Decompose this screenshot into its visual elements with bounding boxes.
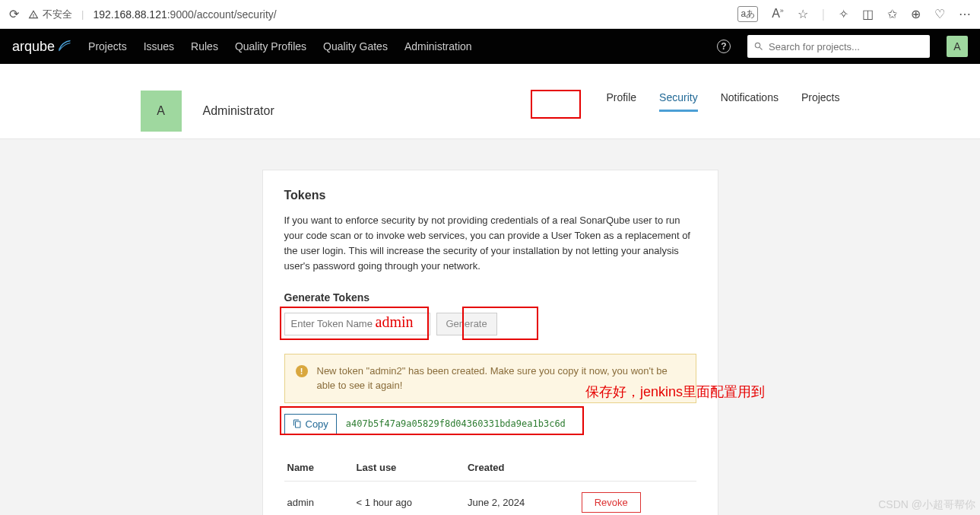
cell-last-use: < 1 hour ago bbox=[354, 481, 465, 515]
search-input[interactable] bbox=[769, 41, 924, 52]
cell-created: June 2, 2024 bbox=[465, 481, 579, 515]
extensions-icon[interactable]: ✧ bbox=[839, 7, 848, 21]
nav-issues[interactable]: Issues bbox=[144, 40, 174, 52]
translate-icon[interactable]: aあ bbox=[737, 6, 758, 22]
annotation-text-save: 保存好，jenkins里面配置用到 bbox=[585, 383, 765, 401]
account-header: A Administrator Profile Security Notific… bbox=[0, 64, 980, 139]
help-icon[interactable]: ? bbox=[717, 40, 731, 53]
token-value-row: Copy a407b5f47a9a05829f8d04360331bda9ea1… bbox=[284, 414, 696, 434]
generate-row: Generate admin bbox=[284, 313, 696, 335]
split-icon[interactable]: ◫ bbox=[862, 7, 874, 21]
generate-button[interactable]: Generate bbox=[436, 313, 497, 335]
search-box[interactable] bbox=[747, 35, 930, 58]
sonarqube-logo[interactable]: arqube bbox=[12, 39, 71, 55]
generate-tokens-title: Generate Tokens bbox=[284, 291, 696, 304]
logo-wave-icon bbox=[58, 40, 71, 53]
cell-name: admin bbox=[284, 481, 354, 515]
nav-quality-gates[interactable]: Quality Gates bbox=[323, 40, 388, 52]
table-row: admin < 1 hour ago June 2, 2024 Revoke bbox=[284, 481, 696, 515]
warning-icon bbox=[28, 9, 39, 20]
user-avatar-small[interactable]: A bbox=[947, 36, 968, 57]
user-avatar-large: A bbox=[141, 91, 182, 132]
more-icon[interactable]: ⋯ bbox=[959, 7, 971, 21]
nav-administration[interactable]: Administration bbox=[404, 40, 472, 52]
copy-button-label: Copy bbox=[306, 418, 328, 430]
tab-notifications[interactable]: Notifications bbox=[721, 91, 779, 110]
browser-toolbar-icons: aあ A» ☆ | ✧ ◫ ✩ ⊕ ♡ ⋯ bbox=[737, 6, 971, 22]
th-action bbox=[579, 454, 696, 482]
tokens-card: Tokens If you want to enforce security b… bbox=[262, 170, 718, 515]
th-name: Name bbox=[284, 454, 354, 482]
insecure-label: 不安全 bbox=[43, 8, 72, 21]
revoke-button[interactable]: Revoke bbox=[582, 492, 641, 513]
copy-icon bbox=[293, 419, 302, 428]
token-value: a407b5f47a9a05829f8d04360331bda9ea1b3c6d bbox=[346, 418, 566, 429]
th-last-use: Last use bbox=[354, 454, 465, 482]
search-icon bbox=[753, 41, 764, 52]
favorites-bar-icon[interactable]: ✩ bbox=[887, 7, 897, 21]
performance-icon[interactable]: ♡ bbox=[934, 7, 945, 21]
th-created: Created bbox=[465, 454, 579, 482]
tokens-table: Name Last use Created admin < 1 hour ago… bbox=[284, 454, 696, 515]
token-name-input[interactable] bbox=[284, 313, 430, 335]
favorite-icon[interactable]: ☆ bbox=[798, 7, 808, 21]
page-content: Tokens If you want to enforce security b… bbox=[0, 139, 980, 515]
alert-icon: ! bbox=[296, 365, 308, 377]
read-aloud-icon[interactable]: A» bbox=[772, 7, 784, 21]
tokens-title: Tokens bbox=[284, 189, 696, 202]
account-tabs: Profile Security Notifications Projects bbox=[606, 84, 839, 138]
collections-icon[interactable]: ⊕ bbox=[911, 7, 921, 21]
top-navigation: arqube Projects Issues Rules Quality Pro… bbox=[0, 29, 980, 64]
tokens-description: If you want to enforce security by not p… bbox=[284, 213, 696, 275]
tab-security[interactable]: Security bbox=[659, 91, 698, 112]
copy-button[interactable]: Copy bbox=[284, 414, 337, 434]
nav-rules[interactable]: Rules bbox=[191, 40, 218, 52]
tab-projects[interactable]: Projects bbox=[801, 91, 840, 110]
url-display[interactable]: 192.168.88.121:9000/account/security/ bbox=[93, 8, 728, 21]
nav-quality-profiles[interactable]: Quality Profiles bbox=[235, 40, 306, 52]
username-display: Administrator bbox=[203, 104, 274, 118]
insecure-badge: 不安全 bbox=[28, 8, 72, 21]
nav-projects[interactable]: Projects bbox=[88, 40, 127, 52]
tab-profile[interactable]: Profile bbox=[606, 91, 636, 110]
reload-icon[interactable]: ⟳ bbox=[9, 7, 19, 21]
watermark: CSDN @小超哥帮你 bbox=[878, 498, 975, 512]
browser-address-bar: ⟳ 不安全 | 192.168.88.121:9000/account/secu… bbox=[0, 0, 980, 29]
